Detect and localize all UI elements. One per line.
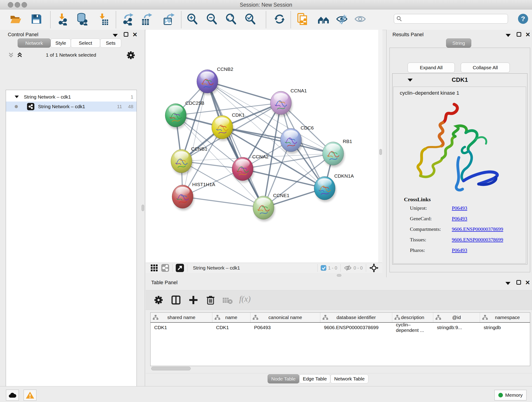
fit-selected-crosshair-icon[interactable] <box>369 263 379 273</box>
network-options-gear-icon[interactable] <box>127 51 135 60</box>
import-network-database-icon[interactable] <box>75 13 88 26</box>
title-bar: Session: New Session <box>0 0 532 9</box>
column-header-name[interactable]: name <box>212 313 250 322</box>
column-header-database-identifier[interactable]: database identifier <box>320 313 392 322</box>
cloud-button[interactable] <box>6 390 19 401</box>
refresh-icon[interactable] <box>273 13 286 26</box>
string-share-icon[interactable] <box>161 264 169 272</box>
node-table[interactable]: shared namenamecanonical namedatabase id… <box>150 313 530 366</box>
panel-float-icon[interactable] <box>516 280 521 285</box>
network-node-ccnb2[interactable] <box>197 70 219 95</box>
tree-expand-icon[interactable] <box>15 96 19 98</box>
table-row[interactable]: CDK1CDK1P064939606.ENSP00000378699cyclin… <box>151 323 530 332</box>
crosslink-link[interactable]: P06493 <box>452 247 467 253</box>
create-column-plus-icon[interactable] <box>189 295 198 305</box>
delete-column-trash-icon[interactable] <box>206 295 215 305</box>
import-network-file-icon[interactable] <box>56 13 69 26</box>
column-header-canonical-name[interactable]: canonical name <box>250 313 320 322</box>
horizontal-splitter-grip[interactable] <box>337 274 341 277</box>
crosslink-link[interactable]: 9606.ENSP00000378699 <box>452 237 503 243</box>
network-scrollbar[interactable] <box>379 30 382 263</box>
panel-close-icon[interactable]: ✕ <box>525 279 530 286</box>
save-session-icon[interactable] <box>30 13 43 26</box>
network-snapshot-icon[interactable] <box>296 13 309 26</box>
help-button[interactable]: ? <box>518 14 528 24</box>
search-box[interactable] <box>394 14 508 24</box>
tab-network-table[interactable]: Network Table <box>330 374 368 383</box>
network-node-ccna2[interactable] <box>232 157 254 183</box>
tab-sets[interactable]: Sets <box>100 38 121 48</box>
table-cell[interactable]: 9606.ENSP00000378699 <box>320 323 392 332</box>
network-canvas[interactable]: CCNB2CCNA1CDC25BCDK1CDC6RB1CCNB1CCNA2CDK… <box>146 30 382 263</box>
zoom-fit-icon[interactable] <box>225 13 237 26</box>
open-session-icon[interactable] <box>9 13 22 26</box>
tab-style[interactable]: Style <box>51 38 71 48</box>
export-image-icon[interactable] <box>162 13 175 26</box>
table-cell[interactable]: cyclin–dependent ... <box>392 323 433 332</box>
panel-float-icon[interactable] <box>517 32 521 37</box>
tab-node-table[interactable]: Node Table <box>268 374 299 383</box>
tab-network[interactable]: Network <box>18 38 51 48</box>
memory-button[interactable]: Memory <box>494 390 526 400</box>
tab-select[interactable]: Select <box>71 38 100 48</box>
crosslink-label: Pharos: <box>410 247 425 253</box>
panel-menu-icon[interactable] <box>113 34 118 37</box>
table-cell[interactable]: P06493 <box>250 323 320 332</box>
import-table-icon[interactable] <box>96 13 109 26</box>
network-collection-row[interactable]: String Network – cdk1 1 <box>6 92 137 102</box>
network-row-selected[interactable]: String Network – cdk1 11 48 <box>6 102 137 112</box>
selected-nodes-checkbox[interactable] <box>321 265 326 271</box>
node-label-ccne1: CCNE1 <box>273 193 289 198</box>
network-node-hist1h1a[interactable] <box>172 185 194 211</box>
export-table-icon[interactable] <box>140 13 153 26</box>
panel-menu-icon[interactable] <box>506 34 511 37</box>
zoom-selected-icon[interactable] <box>244 13 257 26</box>
cloud-icon <box>8 392 17 398</box>
export-network-icon[interactable] <box>122 13 135 26</box>
network-scrollbar-grip[interactable] <box>380 149 382 155</box>
main-toolbar: ? <box>0 9 532 30</box>
table-cell[interactable]: CDK1 <box>151 323 212 332</box>
panel-menu-icon[interactable] <box>505 282 510 285</box>
zoom-in-icon[interactable] <box>186 13 199 26</box>
table-hscrollbar-grip[interactable] <box>151 367 191 370</box>
warning-button[interactable] <box>24 390 36 401</box>
network-node-ccna1[interactable] <box>270 91 292 117</box>
open-in-window-icon[interactable] <box>176 264 184 272</box>
network-node-cdkn1a[interactable] <box>314 177 336 202</box>
crosslink-link[interactable]: P06493 <box>452 216 467 222</box>
expand-all-chevron-icon[interactable] <box>8 52 14 58</box>
collapse-all-button[interactable]: Collapse All <box>461 63 510 73</box>
show-all-eye-icon[interactable] <box>354 13 367 26</box>
tab-edge-table[interactable]: Edge Table <box>299 374 330 383</box>
network-node-cdc25b[interactable] <box>165 104 187 129</box>
crosslink-link[interactable]: P06493 <box>452 205 467 211</box>
column-header-namespace[interactable]: namespace <box>480 313 530 322</box>
network-node-cdc6[interactable] <box>280 128 302 154</box>
search-input[interactable] <box>404 16 508 22</box>
table-cell[interactable]: stringdb <box>480 323 530 332</box>
column-header-description[interactable]: description <box>392 313 433 322</box>
left-splitter-grip[interactable] <box>142 205 144 211</box>
panel-close-icon[interactable]: ✕ <box>525 31 530 38</box>
table-cell[interactable]: stringdb:9... <box>433 323 480 332</box>
zoom-out-icon[interactable] <box>205 13 218 26</box>
table-hscrollbar[interactable] <box>150 366 530 370</box>
network-node-rb1[interactable] <box>323 142 345 167</box>
crosslink-link[interactable]: 9606.ENSP00000378699 <box>452 226 503 232</box>
panel-close-icon[interactable]: ✕ <box>133 31 138 38</box>
table-options-gear-icon[interactable] <box>154 295 163 305</box>
hide-selected-eye-slash-icon[interactable] <box>336 13 348 26</box>
column-header--id[interactable]: @id <box>433 313 480 322</box>
panel-float-icon[interactable] <box>124 32 128 37</box>
collapse-all-chevron-icon[interactable] <box>17 52 23 58</box>
column-header-shared-name[interactable]: shared name <box>151 313 212 322</box>
network-node-cdk1[interactable] <box>212 115 234 141</box>
home-icon[interactable] <box>317 13 330 26</box>
show-columns-icon[interactable] <box>171 295 181 305</box>
expand-all-button[interactable]: Expand All <box>408 63 455 73</box>
network-node-ccne1[interactable] <box>253 196 275 221</box>
tab-string[interactable]: String <box>446 38 471 48</box>
table-cell[interactable]: CDK1 <box>212 323 250 332</box>
birdseye-grid-icon[interactable] <box>151 264 158 271</box>
